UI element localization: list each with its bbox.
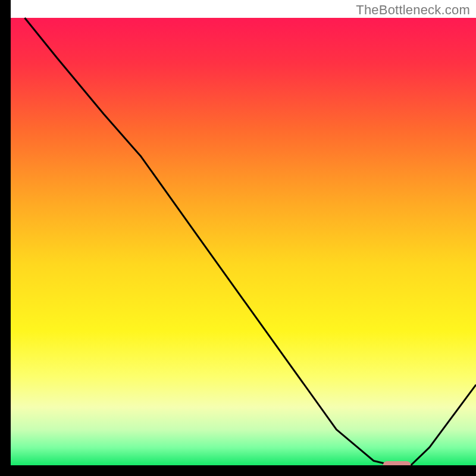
chart-container: TheBottleneck.com <box>0 0 476 476</box>
bottleneck-chart <box>0 0 476 476</box>
watermark-text: TheBottleneck.com <box>356 2 470 18</box>
